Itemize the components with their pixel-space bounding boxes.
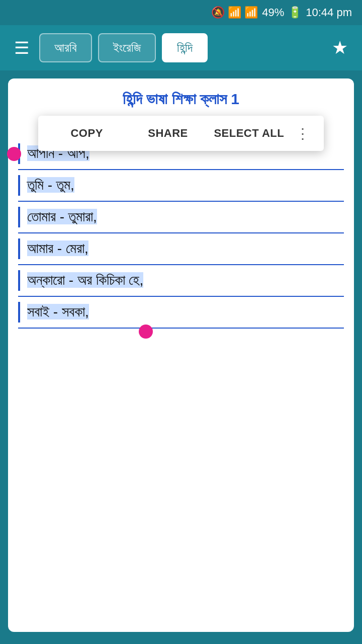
word-entry-3: তোমার - তুমারা,	[18, 202, 344, 233]
status-time: 10:44 pm	[306, 6, 352, 19]
selection-handle-right	[139, 325, 153, 339]
word-text-3: তোমার - তুমারা,	[27, 209, 97, 224]
mute-icon: 🔕	[211, 6, 225, 19]
copy-button[interactable]: COPY	[46, 119, 127, 148]
tab-hindi[interactable]: হিন্দি	[162, 33, 208, 62]
card-title: হিন্দি ভাষা শিক্ষা ক্লাস 1	[18, 91, 344, 108]
word-text-5: অন্কারো - অর কিচিকা হে,	[27, 272, 143, 288]
select-all-button[interactable]: SELECT ALL	[209, 119, 290, 148]
bottom-bar	[0, 640, 362, 644]
tab-english[interactable]: ইংরেজি	[98, 33, 156, 62]
word-entry-5: অন্কারো - অর কিচিকা হে,	[18, 265, 344, 297]
content-card: হিন্দি ভাষা শিক্ষা ক্লাস 1 COPY SHARE SE…	[8, 78, 354, 632]
battery-level: 49%	[262, 6, 284, 19]
more-options-icon[interactable]: ⋮	[290, 121, 316, 146]
word-entry-6: সবাই - সবকা,	[18, 297, 344, 329]
share-button[interactable]: SHARE	[127, 119, 208, 148]
battery-icon: 🔋	[288, 6, 302, 19]
context-menu: COPY SHARE SELECT ALL ⋮	[38, 116, 324, 151]
header: ☰ আরবি ইংরেজি হিন্দি ★	[0, 25, 362, 70]
word-text-4: আমার - মেরা,	[27, 240, 88, 256]
status-bar: 🔕 📶 📶 49% 🔋 10:44 pm	[0, 0, 362, 25]
wifi-icon: 📶	[228, 6, 241, 19]
signal-icon: 📶	[244, 6, 258, 19]
tab-arabic[interactable]: আরবি	[39, 33, 92, 62]
word-entry-2: তুমি - তুম,	[18, 170, 344, 202]
word-list: আপনি - আপ, তুমি - তুম, তোমার - তুমারা, আ…	[18, 138, 344, 329]
favorite-icon[interactable]: ★	[328, 33, 352, 62]
word-text-2: তুমি - তুম,	[27, 177, 74, 193]
selection-handle-left	[7, 147, 21, 161]
status-icons: 🔕 📶 📶	[211, 6, 258, 19]
word-entry-4: আমার - মেরা,	[18, 233, 344, 265]
word-text-6: সবাই - সবকা,	[27, 304, 89, 319]
menu-icon[interactable]: ☰	[10, 34, 33, 62]
